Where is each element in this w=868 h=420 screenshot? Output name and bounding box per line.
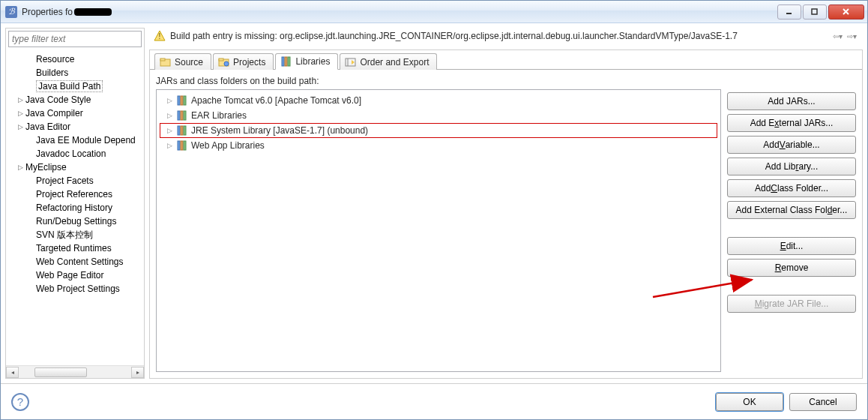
svg-rect-1	[812, 9, 817, 14]
expander-icon[interactable]	[27, 244, 34, 252]
remove-button[interactable]: Remove	[727, 259, 856, 277]
svg-rect-24	[181, 126, 183, 135]
redacted-title	[74, 8, 112, 16]
library-item[interactable]: ▷JRE System Library [JavaSE-1.7] (unboun…	[160, 123, 717, 138]
edit-button[interactable]: Edit...	[727, 237, 856, 255]
expander-icon[interactable]	[27, 258, 34, 266]
warning-bar: ! Build path entry is missing: org.eclip…	[149, 28, 863, 50]
expander-icon[interactable]: ▷	[16, 110, 24, 117]
expander-icon[interactable]: ▷	[166, 112, 173, 119]
maximize-button[interactable]	[803, 4, 827, 20]
sidebar-item[interactable]: Java EE Module Depend	[6, 134, 144, 147]
svg-rect-12	[285, 57, 287, 66]
ok-button[interactable]: OK	[716, 393, 783, 411]
cancel-button[interactable]: Cancel	[789, 393, 857, 411]
expander-icon[interactable]: ▷	[16, 123, 24, 130]
sidebar-item-label: Web Project Settings	[36, 284, 120, 294]
expander-icon[interactable]	[27, 204, 34, 212]
library-set-icon	[176, 94, 188, 106]
expander-icon[interactable]	[27, 190, 34, 198]
expander-icon[interactable]: ▷	[166, 142, 173, 149]
minimize-button[interactable]	[777, 4, 801, 20]
library-item[interactable]: ▷Apache Tomcat v6.0 [Apache Tomcat v6.0]	[160, 93, 717, 108]
nav-back-icon[interactable]: ⇦▾	[831, 32, 844, 40]
sidebar-item[interactable]: Java Build Path	[6, 80, 144, 93]
libraries-tree[interactable]: ▷Apache Tomcat v6.0 [Apache Tomcat v6.0]…	[156, 89, 721, 372]
add-external-class-folder-button[interactable]: Add External Class Folder...	[727, 201, 856, 219]
sidebar-item[interactable]: Web Page Editor	[6, 268, 144, 282]
expander-icon[interactable]	[27, 285, 34, 292]
expander-icon[interactable]	[27, 69, 34, 76]
close-button[interactable]	[828, 4, 864, 20]
filter-input[interactable]	[8, 31, 142, 47]
folder-project-icon	[218, 56, 230, 68]
svg-marker-16	[352, 60, 355, 64]
sidebar-item[interactable]: Run/Debug Settings	[6, 214, 144, 228]
expander-icon[interactable]	[27, 231, 34, 238]
expander-icon[interactable]	[27, 177, 34, 184]
sidebar-item[interactable]: SVN 版本控制	[6, 228, 144, 242]
expander-icon[interactable]: ▷	[16, 164, 24, 171]
sidebar-item[interactable]: Refactoring History	[6, 201, 144, 214]
sidebar-item-label: Java Build Path	[36, 80, 103, 92]
sidebar-item-label: Java Compiler	[25, 108, 83, 118]
help-icon[interactable]: ?	[11, 393, 29, 411]
library-set-icon	[176, 140, 188, 152]
expander-icon[interactable]	[27, 56, 34, 63]
add-library-button[interactable]: Add Library...	[727, 158, 856, 176]
sidebar-h-scroll[interactable]: ◂ ▸	[6, 365, 144, 378]
svg-rect-7	[160, 58, 165, 61]
expander-icon[interactable]: ▷	[166, 97, 173, 104]
sidebar-item[interactable]: Builders	[6, 66, 144, 80]
sidebar-item[interactable]: ▷MyEclipse	[6, 160, 144, 174]
expander-icon[interactable]: ▷	[166, 127, 173, 134]
svg-rect-19	[184, 96, 186, 105]
svg-rect-27	[181, 141, 183, 150]
nav-forward-icon[interactable]: ⇨▾	[846, 32, 858, 40]
expander-icon[interactable]	[27, 136, 34, 144]
sidebar-item-label: Java EE Module Depend	[36, 135, 136, 146]
sidebar-item-label: Web Content Settings	[36, 256, 124, 267]
tab-libraries[interactable]: Libraries	[275, 53, 338, 70]
add-jars-button[interactable]: Add JARs...	[727, 92, 856, 110]
sidebar-item[interactable]: Web Content Settings	[6, 255, 144, 268]
svg-rect-18	[181, 96, 183, 105]
library-item[interactable]: ▷Web App Libraries	[160, 138, 717, 153]
sidebar-item-label: Java Code Style	[25, 94, 91, 105]
window-title-prefix: Properties fo	[22, 7, 73, 17]
sidebar-item-label: Refactoring History	[36, 202, 112, 213]
library-item[interactable]: ▷EAR Libraries	[160, 108, 717, 123]
sidebar-item-label: Web Page Editor	[36, 270, 104, 280]
sidebar-item[interactable]: ▷Java Code Style	[6, 93, 144, 106]
scroll-right-icon[interactable]: ▸	[131, 367, 144, 378]
tab-projects[interactable]: Projects	[213, 53, 274, 70]
maximize-icon	[811, 8, 819, 16]
sidebar-item-label: SVN 版本控制	[36, 229, 93, 242]
library-item-label: EAR Libraries	[191, 110, 247, 121]
expander-icon[interactable]	[27, 150, 34, 158]
expander-icon[interactable]	[27, 218, 34, 225]
sidebar-item[interactable]: Project References	[6, 188, 144, 201]
add-external-jars-button[interactable]: Add External JARs...	[727, 114, 856, 132]
add-variable-button[interactable]: Add Variable...	[727, 136, 856, 154]
sidebar-item[interactable]: Javadoc Location	[6, 147, 144, 160]
scroll-thumb[interactable]	[34, 368, 87, 377]
svg-rect-17	[178, 96, 180, 105]
sidebar-item[interactable]: Project Facets	[6, 174, 144, 188]
expander-icon[interactable]	[27, 82, 34, 90]
sidebar-item[interactable]: Resource	[6, 52, 144, 66]
sidebar-item[interactable]: ▷Java Compiler	[6, 106, 144, 120]
sidebar-item[interactable]: Targeted Runtimes	[6, 242, 144, 255]
scroll-track[interactable]	[19, 366, 131, 378]
svg-rect-25	[184, 126, 186, 135]
sidebar-item[interactable]: ▷Java Editor	[6, 120, 144, 134]
scroll-left-icon[interactable]: ◂	[6, 367, 19, 378]
svg-rect-26	[178, 141, 180, 150]
tab-order-and-export[interactable]: Order and Export	[340, 53, 437, 70]
add-class-folder-button[interactable]: Add Class Folder...	[727, 179, 856, 197]
expander-icon[interactable]	[27, 272, 34, 279]
expander-icon[interactable]: ▷	[16, 96, 24, 104]
tab-source[interactable]: Source	[154, 53, 211, 70]
svg-rect-21	[181, 111, 183, 120]
sidebar-item[interactable]: Web Project Settings	[6, 282, 144, 296]
